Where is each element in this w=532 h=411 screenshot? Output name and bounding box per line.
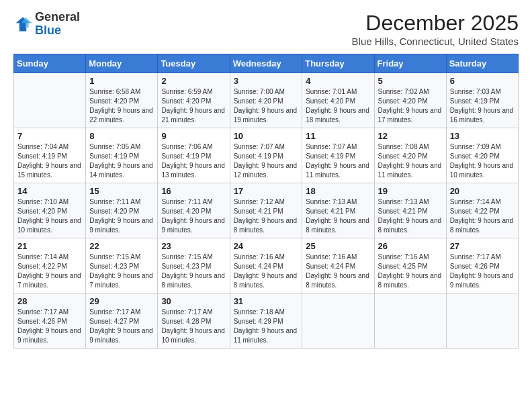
day-info: Sunrise: 7:07 AMSunset: 4:19 PMDaylight:… — [234, 142, 299, 180]
day-info: Sunrise: 7:14 AMSunset: 4:22 PMDaylight:… — [450, 197, 515, 235]
table-row: 21Sunrise: 7:14 AMSunset: 4:22 PMDayligh… — [14, 238, 86, 293]
day-number: 17 — [234, 186, 299, 196]
col-wednesday: Wednesday — [230, 54, 302, 73]
logo-blue: Blue — [35, 24, 61, 37]
table-row: 27Sunrise: 7:17 AMSunset: 4:26 PMDayligh… — [446, 238, 518, 293]
day-info: Sunrise: 7:15 AMSunset: 4:23 PMDaylight:… — [161, 253, 226, 290]
day-number: 12 — [378, 131, 443, 141]
table-row: 30Sunrise: 7:17 AMSunset: 4:28 PMDayligh… — [158, 293, 230, 349]
day-number: 18 — [306, 186, 370, 196]
day-number: 28 — [17, 296, 82, 306]
table-row: 29Sunrise: 7:17 AMSunset: 4:27 PMDayligh… — [86, 293, 158, 349]
table-row: 22Sunrise: 7:15 AMSunset: 4:23 PMDayligh… — [86, 238, 158, 293]
day-info: Sunrise: 7:08 AMSunset: 4:20 PMDaylight:… — [378, 142, 443, 180]
day-number: 9 — [161, 131, 226, 141]
table-row: 5Sunrise: 7:02 AMSunset: 4:20 PMDaylight… — [374, 73, 446, 128]
day-info: Sunrise: 6:59 AMSunset: 4:20 PMDaylight:… — [161, 87, 226, 125]
day-info: Sunrise: 7:13 AMSunset: 4:21 PMDaylight:… — [378, 197, 443, 235]
day-info: Sunrise: 7:07 AMSunset: 4:19 PMDaylight:… — [306, 142, 370, 180]
day-info: Sunrise: 7:15 AMSunset: 4:23 PMDaylight:… — [89, 253, 154, 290]
table-row: 6Sunrise: 7:03 AMSunset: 4:19 PMDaylight… — [446, 73, 518, 128]
calendar-header-row: Sunday Monday Tuesday Wednesday Thursday… — [14, 54, 519, 73]
logo-general: General — [35, 10, 80, 24]
month-title: December 2025 — [352, 11, 519, 36]
logo: General Blue — [13, 11, 80, 38]
page: General Blue December 2025 Blue Hills, C… — [0, 0, 532, 411]
table-row: 16Sunrise: 7:11 AMSunset: 4:20 PMDayligh… — [158, 183, 230, 238]
day-info: Sunrise: 7:10 AMSunset: 4:20 PMDaylight:… — [17, 197, 82, 235]
day-number: 8 — [89, 131, 154, 141]
table-row: 23Sunrise: 7:15 AMSunset: 4:23 PMDayligh… — [158, 238, 230, 293]
day-number: 15 — [89, 186, 154, 196]
day-info: Sunrise: 7:02 AMSunset: 4:20 PMDaylight:… — [378, 87, 443, 125]
table-row — [374, 293, 446, 349]
day-info: Sunrise: 7:14 AMSunset: 4:22 PMDaylight:… — [17, 253, 82, 290]
table-row: 2Sunrise: 6:59 AMSunset: 4:20 PMDaylight… — [158, 73, 230, 128]
col-sunday: Sunday — [14, 54, 86, 73]
calendar-week-row: 28Sunrise: 7:17 AMSunset: 4:26 PMDayligh… — [14, 293, 519, 349]
day-number: 4 — [306, 76, 370, 86]
day-info: Sunrise: 7:17 AMSunset: 4:27 PMDaylight:… — [89, 308, 154, 345]
day-info: Sunrise: 7:05 AMSunset: 4:19 PMDaylight:… — [89, 142, 154, 180]
day-info: Sunrise: 7:11 AMSunset: 4:20 PMDaylight:… — [161, 197, 226, 235]
day-info: Sunrise: 7:12 AMSunset: 4:21 PMDaylight:… — [234, 197, 299, 235]
table-row: 12Sunrise: 7:08 AMSunset: 4:20 PMDayligh… — [374, 128, 446, 183]
day-info: Sunrise: 7:18 AMSunset: 4:29 PMDaylight:… — [234, 308, 299, 345]
day-info: Sunrise: 7:03 AMSunset: 4:19 PMDaylight:… — [450, 87, 515, 125]
table-row: 26Sunrise: 7:16 AMSunset: 4:25 PMDayligh… — [374, 238, 446, 293]
day-info: Sunrise: 7:13 AMSunset: 4:21 PMDaylight:… — [306, 197, 370, 235]
day-number: 1 — [89, 76, 154, 86]
table-row: 11Sunrise: 7:07 AMSunset: 4:19 PMDayligh… — [302, 128, 374, 183]
day-number: 5 — [378, 76, 443, 86]
day-info: Sunrise: 7:06 AMSunset: 4:19 PMDaylight:… — [161, 142, 226, 180]
day-info: Sunrise: 7:17 AMSunset: 4:28 PMDaylight:… — [161, 308, 226, 345]
table-row: 3Sunrise: 7:00 AMSunset: 4:20 PMDaylight… — [230, 73, 302, 128]
day-number: 24 — [234, 241, 299, 251]
day-info: Sunrise: 7:17 AMSunset: 4:26 PMDaylight:… — [450, 253, 515, 290]
day-number: 19 — [378, 186, 443, 196]
day-info: Sunrise: 7:11 AMSunset: 4:20 PMDaylight:… — [89, 197, 154, 235]
day-number: 26 — [378, 241, 443, 251]
calendar-week-row: 21Sunrise: 7:14 AMSunset: 4:22 PMDayligh… — [14, 238, 519, 293]
day-number: 13 — [450, 131, 515, 141]
day-info: Sunrise: 6:58 AMSunset: 4:20 PMDaylight:… — [89, 87, 154, 125]
col-thursday: Thursday — [302, 54, 374, 73]
table-row: 28Sunrise: 7:17 AMSunset: 4:26 PMDayligh… — [14, 293, 86, 349]
col-saturday: Saturday — [446, 54, 518, 73]
day-number: 21 — [17, 241, 82, 251]
logo-text: General Blue — [35, 11, 80, 38]
day-info: Sunrise: 7:16 AMSunset: 4:25 PMDaylight:… — [378, 253, 443, 290]
col-monday: Monday — [86, 54, 158, 73]
day-info: Sunrise: 7:01 AMSunset: 4:20 PMDaylight:… — [306, 87, 370, 125]
title-area: December 2025 Blue Hills, Connecticut, U… — [352, 11, 519, 47]
day-info: Sunrise: 7:16 AMSunset: 4:24 PMDaylight:… — [234, 253, 299, 290]
calendar-week-row: 1Sunrise: 6:58 AMSunset: 4:20 PMDaylight… — [14, 73, 519, 128]
table-row: 31Sunrise: 7:18 AMSunset: 4:29 PMDayligh… — [230, 293, 302, 349]
day-number: 16 — [161, 186, 226, 196]
table-row: 15Sunrise: 7:11 AMSunset: 4:20 PMDayligh… — [86, 183, 158, 238]
location-title: Blue Hills, Connecticut, United States — [352, 36, 519, 47]
day-number: 3 — [234, 76, 299, 86]
day-info: Sunrise: 7:09 AMSunset: 4:20 PMDaylight:… — [450, 142, 515, 180]
table-row: 8Sunrise: 7:05 AMSunset: 4:19 PMDaylight… — [86, 128, 158, 183]
calendar-week-row: 7Sunrise: 7:04 AMSunset: 4:19 PMDaylight… — [14, 128, 519, 183]
table-row: 1Sunrise: 6:58 AMSunset: 4:20 PMDaylight… — [86, 73, 158, 128]
day-number: 27 — [450, 241, 515, 251]
day-info: Sunrise: 7:16 AMSunset: 4:24 PMDaylight:… — [306, 253, 370, 290]
table-row: 19Sunrise: 7:13 AMSunset: 4:21 PMDayligh… — [374, 183, 446, 238]
day-info: Sunrise: 7:17 AMSunset: 4:26 PMDaylight:… — [17, 308, 82, 345]
table-row: 13Sunrise: 7:09 AMSunset: 4:20 PMDayligh… — [446, 128, 518, 183]
header-area: General Blue December 2025 Blue Hills, C… — [13, 11, 519, 47]
day-number: 30 — [161, 296, 226, 306]
table-row: 20Sunrise: 7:14 AMSunset: 4:22 PMDayligh… — [446, 183, 518, 238]
table-row: 14Sunrise: 7:10 AMSunset: 4:20 PMDayligh… — [14, 183, 86, 238]
day-info: Sunrise: 7:04 AMSunset: 4:19 PMDaylight:… — [17, 142, 82, 180]
table-row: 4Sunrise: 7:01 AMSunset: 4:20 PMDaylight… — [302, 73, 374, 128]
day-number: 6 — [450, 76, 515, 86]
calendar-table: Sunday Monday Tuesday Wednesday Thursday… — [13, 54, 519, 349]
table-row: 25Sunrise: 7:16 AMSunset: 4:24 PMDayligh… — [302, 238, 374, 293]
calendar-week-row: 14Sunrise: 7:10 AMSunset: 4:20 PMDayligh… — [14, 183, 519, 238]
day-number: 23 — [161, 241, 226, 251]
col-tuesday: Tuesday — [158, 54, 230, 73]
table-row: 18Sunrise: 7:13 AMSunset: 4:21 PMDayligh… — [302, 183, 374, 238]
